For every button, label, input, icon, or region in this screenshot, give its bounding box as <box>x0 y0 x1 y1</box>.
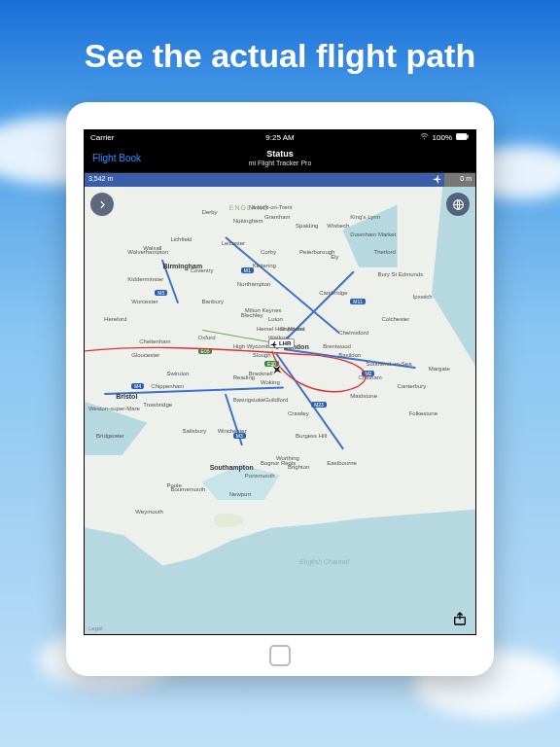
map-view[interactable]: M4 M5 M1 M11 M3 M2 M23 E05 E30 ENGLAND E… <box>85 187 475 634</box>
road-shield: M1 <box>241 267 254 273</box>
city-label: Coventry <box>191 267 214 273</box>
plane-icon <box>433 174 442 185</box>
city-label: Kidderminster <box>127 276 163 282</box>
city-label: Eastbourne <box>327 460 357 466</box>
city-label: Cheltenham <box>139 338 170 344</box>
promo-headline: See the actual flight path <box>85 37 475 75</box>
city-label: Chippenham <box>151 383 184 389</box>
city-label: Winchester <box>218 428 247 434</box>
city-label: Folkestone <box>409 410 438 416</box>
status-time: 9:25 AM <box>265 133 294 142</box>
city-label: Maidstone <box>350 393 377 399</box>
nav-titles: Status mi Flight Tracker Pro <box>249 150 312 166</box>
city-label: King's Lynn <box>350 214 380 220</box>
city-label: Northampton <box>237 281 271 287</box>
city-label: High Wycombe <box>233 343 273 349</box>
city-label: Chelmsford <box>338 330 368 336</box>
road-shield: M4 <box>131 383 144 389</box>
city-label: Newark-on-Trent <box>249 204 293 210</box>
road-shield: M5 <box>155 290 167 296</box>
city-label: Cambridge <box>319 290 347 296</box>
nav-title: Status <box>249 150 312 159</box>
airport-icon <box>270 340 278 349</box>
map-attribution[interactable]: Legal <box>88 625 103 631</box>
city-label: Basingstoke <box>233 397 265 403</box>
svg-rect-1 <box>456 133 467 139</box>
city-label: Margate <box>429 366 450 372</box>
sea-region <box>421 187 475 366</box>
road-shield: E05 <box>198 348 213 354</box>
aircraft-marker <box>268 361 286 382</box>
city-label: Poole <box>166 482 181 488</box>
city-label: Bristol <box>116 393 137 400</box>
city-label: Brentwood <box>323 343 351 349</box>
battery-icon <box>456 133 470 142</box>
airport-tag[interactable]: LHR <box>268 338 295 348</box>
city-label: Slough <box>253 352 271 358</box>
city-label: Weston-super-Mare <box>88 406 140 411</box>
city-label: Grantham <box>264 214 291 220</box>
altitude-end-value: 0 m <box>460 175 472 182</box>
city-label: Basildon <box>338 352 361 358</box>
chevron-right-icon <box>96 198 109 211</box>
island <box>214 514 243 527</box>
city-label: Ipswich <box>413 294 433 300</box>
city-label: Downham Market <box>350 231 396 237</box>
promo-background: See the actual flight path Carrier 9:25 … <box>0 0 560 747</box>
city-label: Swindon <box>166 371 189 376</box>
city-label: Blechley <box>241 312 263 318</box>
city-label: Wisbech <box>327 223 349 229</box>
expand-map-button[interactable] <box>90 193 114 216</box>
city-label: Crawley <box>288 410 309 416</box>
svg-rect-2 <box>467 134 468 138</box>
city-label: Bridgwater <box>96 433 124 439</box>
city-label: Trowbridge <box>143 402 172 408</box>
city-label: Canterbury <box>398 383 427 389</box>
city-label: Spalding <box>296 223 318 229</box>
road-shield: M11 <box>350 299 366 304</box>
map-type-button[interactable] <box>446 193 470 216</box>
home-button[interactable] <box>269 645 291 666</box>
altitude-start-value: 3,542 m <box>88 175 113 182</box>
city-label: Southend-on-Sea <box>366 361 411 367</box>
city-label: Bognor Regis <box>261 460 296 466</box>
city-label: Nottingham <box>233 218 263 224</box>
nav-back-button[interactable]: Flight Book <box>92 153 141 163</box>
city-label: Newport <box>229 491 251 497</box>
city-label: Gloucester <box>131 352 159 358</box>
share-icon <box>452 611 468 626</box>
city-label: Luton <box>268 316 283 322</box>
city-label: Salisbury <box>183 428 207 434</box>
city-label: Corby <box>261 249 276 255</box>
ipad-frame: Carrier 9:25 AM 100% Flight Book Status <box>66 102 494 676</box>
city-label: Portsmouth <box>245 473 275 479</box>
status-carrier: Carrier <box>90 133 114 142</box>
svg-point-0 <box>423 138 424 139</box>
city-label: Hemel Hempstead <box>257 326 305 332</box>
city-label: Ely <box>331 254 338 260</box>
city-label: Walsall <box>143 245 161 251</box>
city-label: Peterborough <box>299 249 334 255</box>
road-shield: M23 <box>311 402 327 408</box>
city-label: Oxford <box>198 335 216 340</box>
airport-code: LHR <box>279 340 291 346</box>
city-label: Hereford <box>104 316 126 322</box>
nav-subtitle: mi Flight Tracker Pro <box>249 160 312 166</box>
city-label: Weymouth <box>135 509 163 515</box>
wifi-icon <box>420 133 429 142</box>
share-button[interactable] <box>450 609 470 628</box>
city-label: Leicester <box>222 240 245 246</box>
city-label: Bury St Edmunds <box>378 271 424 277</box>
city-label: Burgess Hill <box>296 433 327 439</box>
city-label: Derby <box>202 209 218 215</box>
city-label: Worcester <box>131 299 158 304</box>
city-label: Thetford <box>373 249 395 255</box>
globe-icon <box>452 198 465 211</box>
water-label: English Channel <box>299 558 349 565</box>
app-nav-bar: Flight Book Status mi Flight Tracker Pro <box>85 144 475 173</box>
city-label: Lichfield <box>170 236 192 242</box>
sea-region <box>85 482 475 634</box>
city-label: Guildford <box>264 397 288 403</box>
device-screen: Carrier 9:25 AM 100% Flight Book Status <box>84 129 476 635</box>
altitude-progress-bar: 3,542 m 0 m <box>85 173 475 187</box>
